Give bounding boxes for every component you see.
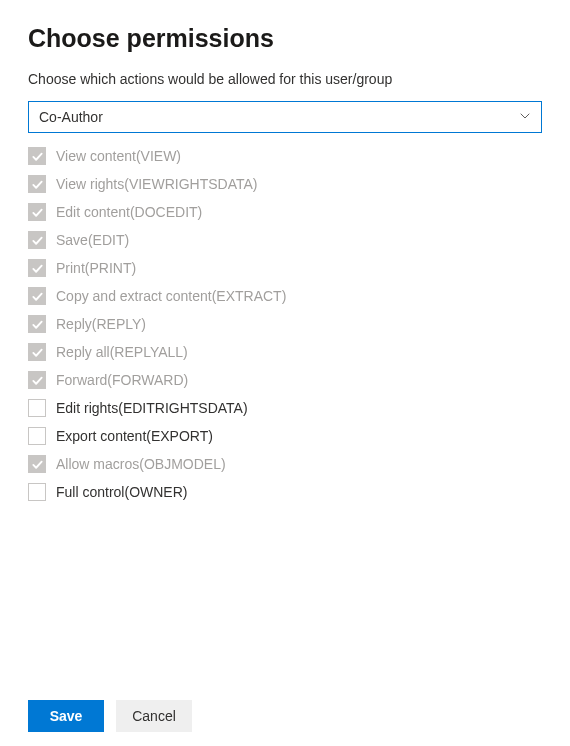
permissions-list: View content(VIEW)View rights(VIEWRIGHTS… [28, 147, 542, 501]
permission-row: Edit rights(EDITRIGHTSDATA) [28, 399, 542, 417]
permission-row: Export content(EXPORT) [28, 427, 542, 445]
permission-checkbox [28, 203, 46, 221]
permission-checkbox [28, 455, 46, 473]
check-icon [31, 206, 44, 219]
check-icon [31, 318, 44, 331]
permission-row: Print(PRINT) [28, 259, 542, 277]
button-bar: Save Cancel [28, 700, 192, 732]
permission-label: Print(PRINT) [56, 260, 136, 276]
chevron-down-icon [519, 109, 531, 125]
permission-row: Full control(OWNER) [28, 483, 542, 501]
permission-row: Reply all(REPLYALL) [28, 343, 542, 361]
permission-row: View rights(VIEWRIGHTSDATA) [28, 175, 542, 193]
permission-label: Reply(REPLY) [56, 316, 146, 332]
check-icon [31, 262, 44, 275]
permission-label: Export content(EXPORT) [56, 428, 213, 444]
permission-label: Edit rights(EDITRIGHTSDATA) [56, 400, 248, 416]
permission-row: Reply(REPLY) [28, 315, 542, 333]
permission-label: View rights(VIEWRIGHTSDATA) [56, 176, 257, 192]
permission-row: Forward(FORWARD) [28, 371, 542, 389]
permission-row: View content(VIEW) [28, 147, 542, 165]
permission-checkbox [28, 147, 46, 165]
permission-label: Full control(OWNER) [56, 484, 187, 500]
permission-checkbox[interactable] [28, 427, 46, 445]
permission-label: Allow macros(OBJMODEL) [56, 456, 226, 472]
check-icon [31, 234, 44, 247]
permission-label: Forward(FORWARD) [56, 372, 188, 388]
permission-checkbox [28, 259, 46, 277]
page-title: Choose permissions [28, 24, 542, 53]
permission-row: Save(EDIT) [28, 231, 542, 249]
check-icon [31, 458, 44, 471]
permission-label: Reply all(REPLYALL) [56, 344, 188, 360]
permission-checkbox [28, 287, 46, 305]
permission-row: Edit content(DOCEDIT) [28, 203, 542, 221]
permission-row: Allow macros(OBJMODEL) [28, 455, 542, 473]
check-icon [31, 150, 44, 163]
page-subtitle: Choose which actions would be allowed fo… [28, 71, 542, 87]
permission-checkbox [28, 371, 46, 389]
permission-checkbox [28, 175, 46, 193]
permission-label: Save(EDIT) [56, 232, 129, 248]
permission-label: Copy and extract content(EXTRACT) [56, 288, 286, 304]
permission-checkbox [28, 231, 46, 249]
check-icon [31, 178, 44, 191]
permission-checkbox [28, 343, 46, 361]
check-icon [31, 374, 44, 387]
permission-checkbox [28, 315, 46, 333]
permission-preset-dropdown[interactable]: Co-Author [28, 101, 542, 133]
save-button[interactable]: Save [28, 700, 104, 732]
permission-label: Edit content(DOCEDIT) [56, 204, 202, 220]
dropdown-selected-value: Co-Author [39, 109, 103, 125]
cancel-button[interactable]: Cancel [116, 700, 192, 732]
permission-row: Copy and extract content(EXTRACT) [28, 287, 542, 305]
permission-checkbox[interactable] [28, 483, 46, 501]
permission-checkbox[interactable] [28, 399, 46, 417]
check-icon [31, 290, 44, 303]
permission-label: View content(VIEW) [56, 148, 181, 164]
check-icon [31, 346, 44, 359]
